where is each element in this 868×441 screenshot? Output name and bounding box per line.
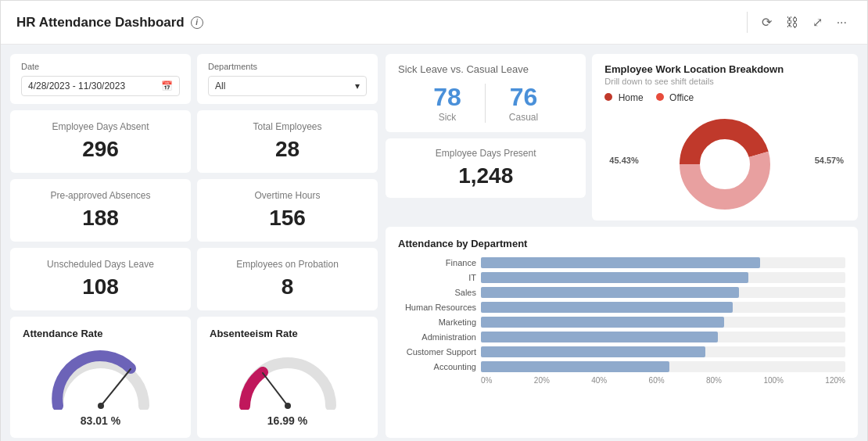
present-value: 1,248 [398, 163, 573, 188]
bar-fill [481, 361, 669, 372]
bar-dept-label: Finance [398, 258, 476, 267]
home-legend: Home [604, 92, 643, 103]
link-button[interactable]: ⛓ [781, 13, 803, 33]
date-value: 4/28/2023 - 11/30/2023 [28, 81, 125, 91]
svg-point-6 [701, 141, 748, 188]
bar-fill [481, 257, 760, 268]
sick-casual-title: Sick Leave vs. Casual Leave [398, 63, 573, 75]
svg-line-2 [263, 373, 288, 406]
bar-track [481, 317, 845, 328]
donut-card: Employee Work Location Breakdown Drill d… [592, 54, 858, 220]
bar-row: Human Resources [398, 302, 845, 313]
donut-svg [662, 109, 787, 211]
bar-row: Administration [398, 332, 845, 342]
metric-value-total: 28 [210, 137, 365, 162]
filters-row: Date 4/28/2023 - 11/30/2023 📅 Department… [10, 54, 378, 104]
header-title-area: HR Attendance Dashboard i [16, 15, 203, 30]
donut-chart-area: 45.43% 54.57% [604, 109, 845, 211]
bar-fill [481, 302, 733, 313]
bar-dept-label: Human Resources [398, 303, 476, 312]
bar-x-label: 20% [534, 376, 550, 385]
bar-row: Finance [398, 257, 845, 268]
left-panel: Date 4/28/2023 - 11/30/2023 📅 Department… [10, 54, 378, 438]
bar-x-label: 40% [591, 376, 607, 385]
home-legend-dot [604, 93, 612, 101]
svg-point-3 [285, 403, 291, 409]
bar-row: Marketing [398, 317, 845, 328]
absenteeism-rate-title: Absenteeism Rate [210, 328, 365, 339]
svg-line-0 [101, 369, 131, 406]
sick-label: Sick [433, 112, 461, 123]
calendar-icon: 📅 [161, 81, 173, 91]
casual-value: 76 [509, 83, 538, 112]
metric-label-total: Total Employees [210, 121, 365, 132]
metric-label-probation: Employees on Probation [210, 259, 365, 270]
bar-fill [481, 346, 705, 357]
office-pct-label: 54.57% [815, 156, 844, 165]
attendance-rate-value: 83.01 % [23, 414, 178, 427]
bar-track [481, 361, 845, 372]
date-filter-card: Date 4/28/2023 - 11/30/2023 📅 [10, 54, 191, 104]
bar-row: Customer Support [398, 346, 845, 357]
bar-fill [481, 332, 718, 342]
right-panel: Sick Leave vs. Casual Leave 78 Sick 76 C… [386, 54, 858, 438]
date-input[interactable]: 4/28/2023 - 11/30/2023 📅 [21, 76, 180, 96]
present-card: Employee Days Present 1,248 [386, 138, 586, 198]
bar-track [481, 287, 845, 298]
bar-chart-rows: FinanceITSalesHuman ResourcesMarketingAd… [398, 257, 845, 372]
bar-chart-title: Attendance by Department [398, 238, 845, 249]
more-button[interactable]: ··· [832, 13, 852, 33]
bar-dept-label: Accounting [398, 362, 476, 371]
bar-x-label: 80% [706, 376, 722, 385]
sick-casual-row: 78 Sick 76 Casual [398, 83, 573, 123]
dept-filter-label: Departments [208, 62, 367, 71]
bar-row: Accounting [398, 361, 845, 372]
refresh-button[interactable]: ⟳ [757, 12, 777, 33]
absenteeism-rate-value: 16.99 % [210, 414, 365, 427]
expand-button[interactable]: ⤢ [808, 12, 827, 33]
home-pct-label: 45.43% [609, 156, 638, 165]
absenteeism-gauge-svg [233, 347, 343, 410]
bar-row: Sales [398, 287, 845, 298]
bar-dept-label: IT [398, 273, 476, 282]
gauges-row: Attendance Rate 83.01 % [10, 317, 378, 438]
present-label: Employee Days Present [398, 148, 573, 159]
attendance-rate-card: Attendance Rate 83.01 % [10, 317, 191, 438]
content-area: Date 4/28/2023 - 11/30/2023 📅 Department… [1, 45, 867, 441]
sick-present-col: Sick Leave vs. Casual Leave 78 Sick 76 C… [386, 54, 586, 220]
bar-track [481, 257, 845, 268]
bar-x-label: 60% [649, 376, 665, 385]
bar-chart-card: Attendance by Department FinanceITSalesH… [386, 227, 858, 438]
bar-x-label: 120% [825, 376, 845, 385]
bar-track [481, 346, 845, 357]
metric-card-overtime: Overtime Hours 156 [197, 179, 378, 242]
metric-value-preapproved: 188 [23, 206, 178, 231]
bar-row: IT [398, 272, 845, 283]
metric-card-preapproved: Pre-approved Absences 188 [10, 179, 191, 242]
attendance-gauge-container [46, 347, 156, 410]
casual-block: 76 Casual [501, 83, 546, 123]
svg-point-1 [98, 403, 104, 409]
chevron-down-icon: ▾ [355, 81, 360, 91]
home-legend-label: Home [619, 92, 644, 103]
header: HR Attendance Dashboard i ⟳ ⛓ ⤢ ··· [1, 1, 867, 45]
info-icon[interactable]: i [191, 16, 203, 29]
metric-value-unscheduled: 108 [23, 274, 178, 299]
bar-dept-label: Customer Support [398, 347, 476, 357]
bar-fill [481, 287, 739, 298]
bar-dept-label: Marketing [398, 317, 476, 327]
metric-value-absent: 296 [23, 137, 178, 162]
sick-value: 78 [433, 83, 461, 112]
bar-x-labels: 0%20%40%60%80%100%120% [398, 376, 845, 385]
bar-dept-label: Administration [398, 332, 476, 342]
bar-fill [481, 272, 748, 283]
dashboard: HR Attendance Dashboard i ⟳ ⛓ ⤢ ··· Date… [0, 0, 868, 441]
metric-label-preapproved: Pre-approved Absences [23, 190, 178, 201]
metric-label-absent: Employee Days Absent [23, 121, 178, 132]
donut-legend: Home Office [604, 92, 845, 103]
bar-x-label: 100% [763, 376, 784, 385]
sick-casual-card: Sick Leave vs. Casual Leave 78 Sick 76 C… [386, 54, 586, 132]
absenteeism-gauge-container [233, 347, 343, 410]
metric-card-total: Total Employees 28 [197, 110, 378, 173]
dept-select[interactable]: All ▾ [208, 76, 367, 96]
